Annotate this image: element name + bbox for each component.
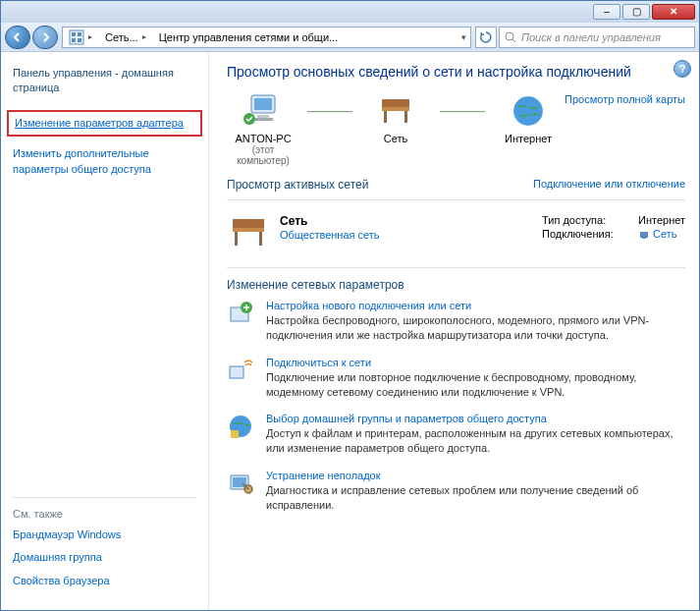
- divider: [227, 199, 685, 200]
- navbar: ▸ Сеть... ▸ Центр управления сетями и об…: [1, 23, 699, 52]
- access-type-label: Тип доступа:: [542, 214, 630, 226]
- seealso-title: См. также: [13, 508, 196, 520]
- search-icon: [504, 30, 517, 44]
- forward-button[interactable]: [32, 26, 58, 49]
- address-dropdown[interactable]: ▾: [458, 32, 470, 42]
- homegroup-icon: [227, 413, 254, 440]
- seealso-firewall[interactable]: Брандмауэр Windows: [13, 528, 196, 542]
- sidebar-home-link[interactable]: Панель управления - домашняя страница: [13, 66, 196, 96]
- link-full-map[interactable]: Просмотр полной карты: [565, 93, 685, 105]
- section-title-label: Просмотр активных сетей: [227, 178, 368, 192]
- network-map: ANTON-PC (этот компьютер) ——— Сеть ———: [227, 93, 565, 166]
- arrow-left-icon: [13, 32, 23, 42]
- address-icon-segment[interactable]: ▸: [63, 28, 99, 47]
- svg-rect-3: [72, 38, 76, 42]
- main-panel: ? Просмотр основных сведений о сети и на…: [209, 52, 699, 610]
- new-connection-icon: [227, 300, 254, 327]
- computer-icon: [243, 93, 283, 129]
- netmap-connection-line: ———: [440, 93, 484, 129]
- divider: [13, 497, 196, 498]
- sidebar-seealso: См. также Брандмауэр Windows Домашняя гр…: [13, 483, 196, 596]
- ethernet-icon: [638, 229, 650, 241]
- sidebar-link-adapter-settings[interactable]: Изменение параметров адаптера: [15, 116, 194, 131]
- sidebar: Панель управления - домашняя страница Из…: [1, 52, 209, 610]
- svg-rect-26: [230, 366, 243, 378]
- help-button[interactable]: ?: [673, 60, 691, 78]
- troubleshoot-icon: [227, 470, 254, 497]
- svg-rect-14: [384, 111, 387, 123]
- maximize-button[interactable]: ▢: [622, 4, 650, 20]
- arrow-right-icon: [40, 32, 50, 42]
- refresh-icon: [479, 30, 493, 44]
- page-title: Просмотр основных сведений о сети и наст…: [227, 64, 685, 80]
- settings-link[interactable]: Подключиться к сети: [266, 357, 685, 368]
- settings-link[interactable]: Настройка нового подключения или сети: [266, 300, 685, 311]
- settings-desc: Доступ к файлам и принтерам, расположенн…: [266, 426, 685, 456]
- close-button[interactable]: ✕: [652, 4, 695, 20]
- netmap-pc-sublabel: (этот компьютер): [227, 144, 299, 166]
- breadcrumb-network[interactable]: Сеть... ▸: [99, 28, 153, 47]
- svg-rect-1: [72, 32, 76, 36]
- chevron-icon: ▸: [88, 32, 92, 41]
- svg-rect-13: [382, 99, 409, 107]
- settings-desc: Настройка беспроводного, широкополосного…: [266, 313, 685, 343]
- svg-point-5: [506, 32, 513, 40]
- active-network-type-link[interactable]: Общественная сеть: [280, 229, 380, 241]
- svg-rect-28: [231, 430, 239, 438]
- settings-item-troubleshoot: Устранение неполадок Диагностика и испра…: [227, 470, 685, 513]
- svg-rect-20: [235, 232, 238, 246]
- refresh-button[interactable]: [475, 27, 497, 48]
- content: Панель управления - домашняя страница Из…: [1, 52, 699, 610]
- sidebar-link-advanced-sharing[interactable]: Изменить дополнительные параметры общего…: [13, 146, 196, 177]
- svg-rect-4: [78, 38, 81, 42]
- settings-item-connect: Подключиться к сети Подключение или повт…: [227, 357, 685, 400]
- breadcrumb-label: Центр управления сетями и общи...: [159, 31, 339, 43]
- control-panel-icon: [69, 29, 84, 45]
- connect-network-icon: [227, 357, 254, 384]
- connection-link[interactable]: Сеть: [653, 228, 676, 240]
- minimize-button[interactable]: –: [593, 4, 620, 20]
- seealso-browser-props[interactable]: Свойства браузера: [13, 574, 196, 588]
- breadcrumb-sharing-center[interactable]: Центр управления сетями и общи...: [153, 28, 346, 47]
- link-connect-disconnect[interactable]: Подключение или отключение: [533, 178, 685, 190]
- svg-rect-18: [233, 228, 264, 232]
- back-button[interactable]: [5, 26, 30, 49]
- settings-item-homegroup: Выбор домашней группы и параметров общег…: [227, 413, 685, 456]
- seealso-homegroup[interactable]: Домашняя группа: [13, 550, 196, 565]
- settings-link[interactable]: Устранение неполадок: [266, 470, 685, 481]
- connections-label: Подключения:: [542, 228, 630, 241]
- svg-rect-8: [254, 98, 272, 110]
- svg-rect-10: [253, 118, 273, 121]
- section-active-networks: Подключение или отключение Просмотр акти…: [227, 178, 685, 192]
- netmap-internet[interactable]: Интернет: [492, 93, 565, 144]
- netmap-this-pc[interactable]: ANTON-PC (этот компьютер): [227, 93, 299, 166]
- window: – ▢ ✕ ▸ Сеть... ▸ Центр упра: [0, 0, 700, 611]
- globe-icon: [511, 93, 546, 129]
- settings-list: Настройка нового подключения или сети На…: [227, 300, 685, 513]
- svg-rect-2: [78, 32, 81, 36]
- search-placeholder: Поиск в панели управления: [521, 31, 661, 43]
- address-bar[interactable]: ▸ Сеть... ▸ Центр управления сетями и об…: [62, 27, 471, 48]
- settings-item-new-connection: Настройка нового подключения или сети На…: [227, 300, 685, 343]
- bench-icon: [227, 214, 270, 250]
- chevron-icon: ▸: [142, 32, 146, 41]
- bench-icon: [376, 93, 415, 129]
- netmap-network-label: Сеть: [359, 133, 432, 144]
- active-network-row: Сеть Общественная сеть Тип доступа: Инте…: [227, 208, 685, 259]
- divider: [227, 267, 685, 268]
- section-network-settings: Изменение сетевых параметров: [227, 278, 685, 292]
- svg-rect-12: [382, 107, 409, 111]
- titlebar: – ▢ ✕: [1, 1, 699, 23]
- sidebar-highlighted-box: Изменение параметров адаптера: [7, 110, 202, 137]
- breadcrumb-label: Сеть...: [105, 31, 138, 43]
- netmap-connection-line: ———: [307, 93, 351, 129]
- search-input[interactable]: Поиск в панели управления: [499, 27, 695, 48]
- svg-rect-21: [259, 232, 262, 246]
- settings-desc: Подключение или повторное подключение к …: [266, 370, 685, 400]
- settings-link[interactable]: Выбор домашней группы и параметров общег…: [266, 413, 685, 424]
- svg-rect-9: [257, 115, 269, 118]
- netmap-network[interactable]: Сеть: [359, 93, 432, 144]
- svg-line-6: [512, 39, 515, 42]
- netmap-pc-label: ANTON-PC: [227, 133, 299, 144]
- svg-rect-19: [233, 219, 264, 228]
